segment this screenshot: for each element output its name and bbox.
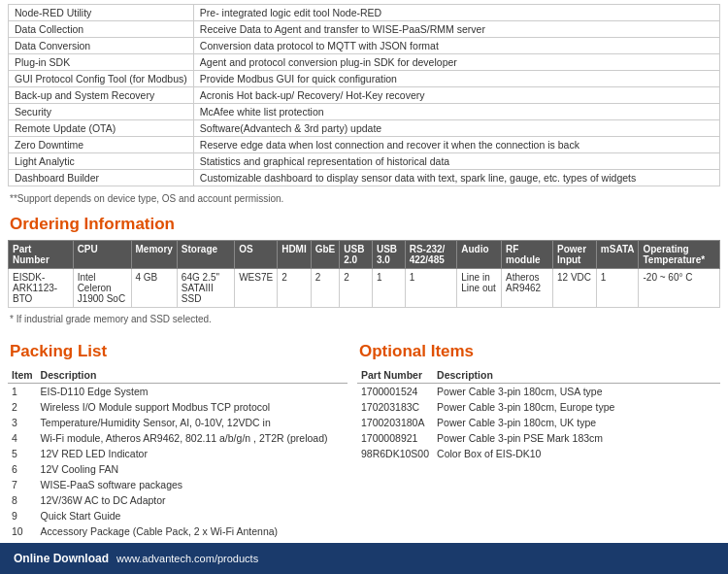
packing-row: 9Quick Start Guide — [8, 508, 347, 523]
optional-table: Part NumberDescription 1700001524Power C… — [357, 367, 720, 461]
order-cell: 4 GB — [131, 269, 177, 308]
order-note: * If industrial grade memory and SSD sel… — [8, 312, 720, 326]
feature-item: Node-RED Utility — [9, 5, 194, 21]
feature-desc: Conversion data protocol to MQTT with JS… — [193, 38, 719, 54]
optional-row: 1700001524Power Cable 3-pin 180cm, USA t… — [357, 384, 720, 400]
packing-item-desc: Quick Start Guide — [37, 508, 347, 523]
order-cell: -20 ~ 60° C — [639, 269, 720, 308]
optional-desc: Power Cable 3-pin 180cm, UK type — [433, 415, 720, 430]
bottom-bar: Online Download www.advantech.com/produc… — [0, 543, 728, 574]
order-cell: Line in Line out — [457, 269, 502, 308]
feature-row: SecurityMcAfee white list protection — [9, 104, 720, 120]
order-cell: 2 — [340, 269, 373, 308]
packing-item-num: 9 — [8, 508, 37, 523]
order-col-header: CPU — [73, 241, 131, 269]
packing-item-desc: 12V Cooling FAN — [37, 461, 347, 477]
feature-desc: Pre- integrated logic edit tool Node-RED — [193, 5, 719, 21]
feature-desc: Provide Modbus GUI for quick configurati… — [193, 71, 719, 87]
feature-desc: Agent and protocol conversion plug-in SD… — [193, 54, 719, 71]
feature-row: Remote Update (OTA)Software(Advantech & … — [9, 120, 720, 137]
feature-item: Light Analytic — [9, 153, 194, 170]
packing-item-num: 6 — [8, 461, 37, 477]
optional-part-num: 98R6DK10S00 — [357, 446, 433, 461]
order-col-header: RF module — [502, 241, 553, 269]
order-col-header: Power Input — [553, 241, 597, 269]
optional-part-num: 1700203180A — [357, 415, 433, 430]
feature-row: Light AnalyticStatistics and graphical r… — [9, 153, 720, 170]
packing-item-num: 2 — [8, 399, 37, 415]
optional-row: 1700203180APower Cable 3-pin 180cm, UK t… — [357, 415, 720, 430]
ordering-table: Part NumberCPUMemoryStorageOSHDMIGbEUSB … — [8, 240, 720, 308]
order-col-header: Storage — [177, 241, 234, 269]
optional-part-num: 170203183C — [357, 399, 433, 415]
packing-item-desc: 12V/36W AC to DC Adaptor — [37, 492, 347, 508]
order-col-header: RS-232/ 422/485 — [405, 241, 457, 269]
support-note: **Support depends on device type, OS and… — [8, 190, 720, 207]
feature-desc: Statistics and graphical representation … — [193, 153, 719, 170]
feature-item: GUI Protocol Config Tool (for Modbus) — [9, 71, 194, 87]
order-col-header: Part Number — [9, 241, 74, 269]
packing-item-num: 7 — [8, 477, 37, 492]
packing-item-desc: Temperature/Humidity Sensor, AI, 0-10V, … — [37, 415, 347, 430]
feature-desc: Reserve edge data when lost connection a… — [193, 137, 719, 153]
order-col-header: Memory — [131, 241, 177, 269]
order-cell: WES7E — [235, 269, 278, 308]
packing-item-num: 5 — [8, 446, 37, 461]
packing-row: 7WISE-PaaS software packages — [8, 477, 347, 492]
optional-items-col: Optional Items Part NumberDescription 17… — [357, 334, 720, 539]
order-cell: 2 — [278, 269, 312, 308]
packing-col-header: Item — [8, 367, 37, 384]
optional-desc: Power Cable 3-pin 180cm, USA type — [433, 384, 720, 400]
packing-row: 812V/36W AC to DC Adaptor — [8, 492, 347, 508]
optional-row: 170203183CPower Cable 3-pin 180cm, Europ… — [357, 399, 720, 415]
packing-item-num: 3 — [8, 415, 37, 430]
feature-item: Remote Update (OTA) — [9, 120, 194, 137]
order-row: EISDK-ARK1123-BTOIntel Celeron J1900 SoC… — [9, 269, 720, 308]
order-cell: 64G 2.5" SATAIII SSD — [177, 269, 234, 308]
feature-item: Plug-in SDK — [9, 54, 194, 71]
two-col-layout: Packing List ItemDescription 1EIS-D110 E… — [8, 334, 720, 539]
packing-row: 3Temperature/Humidity Sensor, AI, 0-10V,… — [8, 415, 347, 430]
optional-row: 1700008921Power Cable 3-pin PSE Mark 183… — [357, 430, 720, 446]
optional-col-header: Description — [433, 367, 720, 384]
packing-table: ItemDescription 1EIS-D110 Edge System2Wi… — [8, 367, 347, 539]
feature-row: Data ConversionConversion data protocol … — [9, 38, 720, 54]
feature-desc: Receive Data to Agent and transfer to WI… — [193, 21, 719, 38]
packing-row: 4Wi-Fi module, Atheros AR9462, 802.11 a/… — [8, 430, 347, 446]
feature-row: Back-up and System RecoveryAcronis Hot b… — [9, 87, 720, 104]
packing-row: 512V RED LED Indicator — [8, 446, 347, 461]
order-cell: 2 — [311, 269, 340, 308]
feature-row: Plug-in SDKAgent and protocol conversion… — [9, 54, 720, 71]
packing-item-desc: WISE-PaaS software packages — [37, 477, 347, 492]
packing-item-num: 8 — [8, 492, 37, 508]
order-cell: EISDK-ARK1123-BTO — [9, 269, 74, 308]
feature-desc: Software(Advantech & 3rd party) update — [193, 120, 719, 137]
order-col-header: mSATA — [596, 241, 639, 269]
optional-part-num: 1700008921 — [357, 430, 433, 446]
packing-row: 612V Cooling FAN — [8, 461, 347, 477]
packing-item-desc: Wireless I/O Module support Modbus TCP p… — [37, 399, 347, 415]
packing-item-num: 4 — [8, 430, 37, 446]
feature-desc: Acronis Hot back-up/ Recovery/ Hot-Key r… — [193, 87, 719, 104]
packing-row: 1EIS-D110 Edge System — [8, 384, 347, 400]
order-cell: 12 VDC — [553, 269, 597, 308]
features-table: Node-RED UtilityPre- integrated logic ed… — [8, 4, 720, 186]
order-cell: 1 — [405, 269, 457, 308]
optional-heading: Optional Items — [357, 342, 720, 361]
feature-row: Node-RED UtilityPre- integrated logic ed… — [9, 5, 720, 21]
packing-list-col: Packing List ItemDescription 1EIS-D110 E… — [8, 334, 347, 539]
feature-item: Back-up and System Recovery — [9, 87, 194, 104]
online-download-url: www.advantech.com/products — [116, 553, 258, 564]
order-col-header: USB 3.0 — [372, 241, 405, 269]
online-download-label: Online Download — [14, 552, 109, 565]
packing-heading: Packing List — [8, 342, 347, 361]
feature-row: Data CollectionReceive Data to Agent and… — [9, 21, 720, 38]
feature-item: Data Collection — [9, 21, 194, 38]
packing-item-num: 1 — [8, 384, 37, 400]
order-col-header: GbE — [311, 241, 340, 269]
order-cell: 1 — [372, 269, 405, 308]
feature-item: Zero Downtime — [9, 137, 194, 153]
feature-desc: McAfee white list protection — [193, 104, 719, 120]
ordering-heading: Ordering Information — [8, 215, 720, 234]
packing-col-header: Description — [37, 367, 347, 384]
